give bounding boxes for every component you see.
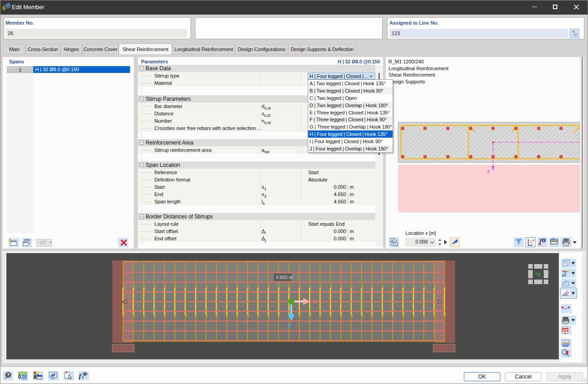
svg-text:x': x' [313, 299, 318, 305]
svg-text:100: 100 [551, 238, 555, 240]
svg-text:?: ? [7, 373, 10, 378]
svg-text:00: 00 [22, 374, 27, 379]
svg-text:z': z' [288, 322, 292, 329]
svg-text:DXF: DXF [562, 328, 568, 332]
svg-text:+y: +y [535, 271, 541, 277]
svg-text:6: 6 [2, 5, 6, 11]
svg-text:A: A [33, 375, 37, 380]
svg-text:4.650 m: 4.650 m [276, 275, 293, 280]
svg-text:y: y [562, 273, 564, 277]
